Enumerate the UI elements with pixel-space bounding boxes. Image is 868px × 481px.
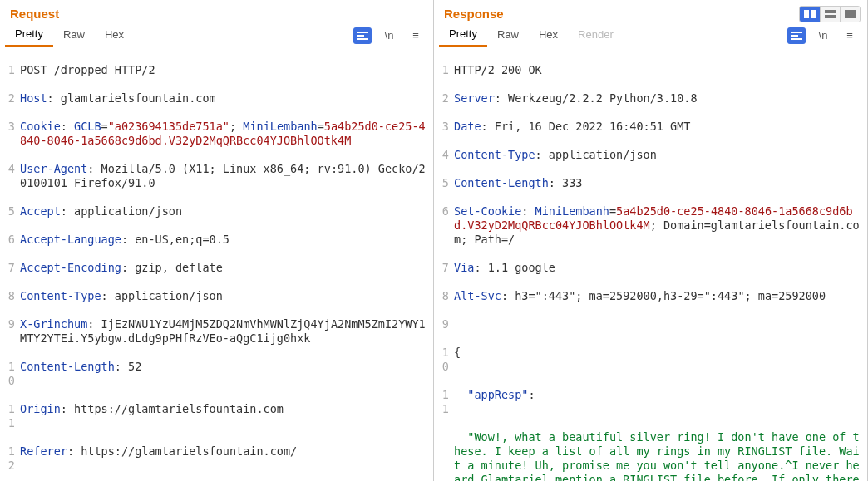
tab-render[interactable]: Render: [568, 25, 624, 46]
request-title: Request: [3, 3, 66, 24]
menu-icon[interactable]: ≡: [407, 27, 425, 44]
response-tabs: Pretty Raw Hex Render \n ≡: [434, 24, 867, 47]
tab-pretty[interactable]: Pretty: [5, 24, 53, 47]
response-pane: Response Pretty Raw Hex Render \n ≡ 1HTT…: [434, 0, 868, 481]
svg-rect-7: [845, 10, 856, 18]
layout-toggle: [799, 6, 861, 22]
tab-pretty[interactable]: Pretty: [439, 24, 487, 47]
svg-rect-1: [357, 35, 364, 37]
svg-rect-3: [804, 10, 809, 18]
layout-single-icon[interactable]: [840, 7, 860, 22]
svg-rect-8: [791, 32, 802, 33]
request-tabs: Pretty Raw Hex \n ≡: [0, 24, 433, 47]
request-pane: Request Pretty Raw Hex \n ≡ 1POST /dropp…: [0, 0, 434, 481]
wrap-icon[interactable]: \n: [814, 27, 832, 44]
tab-hex[interactable]: Hex: [529, 25, 568, 46]
svg-rect-0: [357, 32, 368, 33]
layout-columns-icon[interactable]: [800, 7, 820, 22]
response-title: Response: [437, 3, 510, 24]
svg-rect-6: [825, 15, 836, 18]
svg-rect-9: [791, 35, 798, 37]
tab-raw[interactable]: Raw: [487, 25, 529, 46]
svg-rect-4: [811, 10, 816, 18]
tab-hex[interactable]: Hex: [95, 25, 134, 46]
beautify-icon[interactable]: [353, 27, 372, 44]
wrap-icon[interactable]: \n: [380, 27, 398, 44]
svg-rect-5: [825, 10, 836, 13]
layout-rows-icon[interactable]: [820, 7, 840, 22]
tab-raw[interactable]: Raw: [53, 25, 95, 46]
response-code[interactable]: 1HTTP/2 200 OK 2Server: Werkzeug/2.2.2 P…: [434, 47, 867, 481]
request-code[interactable]: 1POST /dropped HTTP/2 2Host: glamtariels…: [0, 47, 433, 481]
svg-rect-2: [357, 38, 368, 40]
menu-icon[interactable]: ≡: [841, 27, 859, 44]
beautify-icon[interactable]: [787, 27, 806, 44]
svg-rect-10: [791, 38, 802, 40]
